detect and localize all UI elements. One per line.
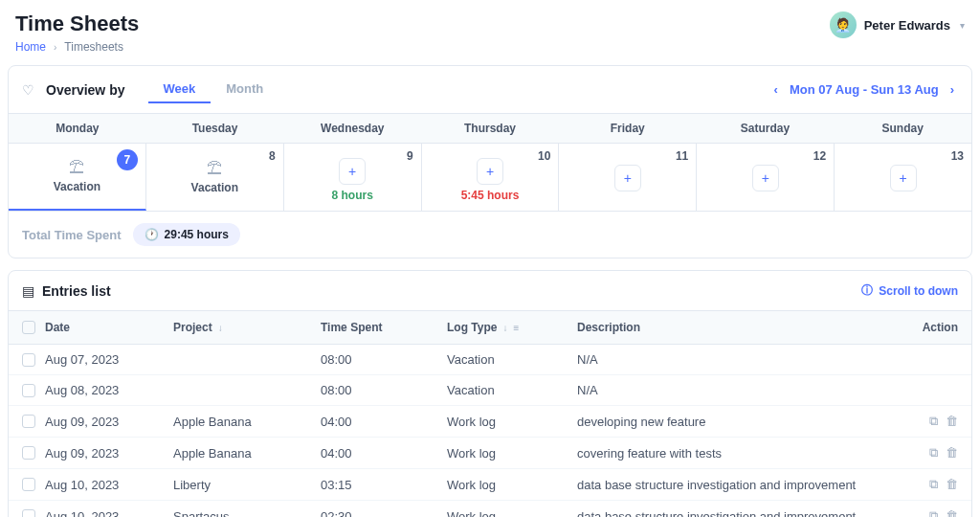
scroll-to-down-link[interactable]: ⓘ Scroll to down bbox=[861, 282, 958, 299]
cell-date: Aug 09, 2023 bbox=[45, 415, 173, 429]
day-head: Monday bbox=[9, 114, 146, 143]
day-number: 13 bbox=[951, 149, 964, 163]
col-time[interactable]: Time Spent bbox=[321, 321, 447, 334]
entries-card: ▤ Entries list ⓘ Scroll to down Date Pro… bbox=[8, 270, 972, 517]
table-row: Aug 10, 2023Liberty03:15Work logdata bas… bbox=[9, 469, 971, 501]
day-cell[interactable]: 13+ bbox=[835, 144, 971, 211]
add-time-button[interactable]: + bbox=[752, 165, 779, 191]
avatar: 🧑‍💼 bbox=[830, 11, 857, 38]
user-name: Peter Edwards bbox=[864, 18, 950, 33]
tab-week[interactable]: Week bbox=[148, 76, 212, 103]
cell-date: Aug 10, 2023 bbox=[45, 478, 173, 492]
cell-project: Spartacus bbox=[173, 509, 321, 518]
cell-time: 02:30 bbox=[321, 509, 447, 518]
day-cell[interactable]: 7⛱Vacation bbox=[9, 144, 146, 211]
copy-icon[interactable]: ⧉ bbox=[929, 414, 938, 429]
tab-month[interactable]: Month bbox=[211, 76, 278, 103]
cell-time: 08:00 bbox=[321, 383, 447, 397]
col-project[interactable]: Project ↓ bbox=[173, 321, 321, 334]
row-checkbox[interactable] bbox=[22, 478, 35, 491]
prev-week-button[interactable]: ‹ bbox=[770, 80, 782, 99]
day-cell[interactable]: 11+ bbox=[559, 144, 697, 211]
row-checkbox[interactable] bbox=[22, 509, 35, 517]
day-number: 8 bbox=[269, 149, 276, 163]
day-head: Saturday bbox=[697, 114, 835, 143]
cell-description: developing new feature bbox=[577, 415, 901, 429]
table-row: Aug 09, 2023Apple Banana04:00Work logcov… bbox=[9, 438, 971, 469]
next-week-button[interactable]: › bbox=[947, 80, 958, 99]
copy-icon[interactable]: ⧉ bbox=[929, 508, 938, 517]
cell-log: Vacation bbox=[447, 383, 577, 397]
day-cell[interactable]: 9+8 hours bbox=[284, 144, 422, 211]
day-number: 10 bbox=[538, 149, 550, 163]
breadcrumb-home[interactable]: Home bbox=[15, 40, 46, 54]
user-menu[interactable]: 🧑‍💼 Peter Edwards ▾ bbox=[830, 11, 965, 38]
day-head: Wednesday bbox=[283, 114, 421, 143]
col-log[interactable]: Log Type ↓ ≡ bbox=[447, 321, 577, 334]
total-time-value: 29:45 hours bbox=[165, 228, 229, 241]
row-checkbox[interactable] bbox=[22, 384, 35, 397]
add-time-button[interactable]: + bbox=[339, 158, 366, 185]
col-date[interactable]: Date bbox=[45, 321, 173, 334]
row-checkbox[interactable] bbox=[22, 415, 35, 428]
day-number: 12 bbox=[813, 149, 826, 163]
day-number: 11 bbox=[676, 149, 688, 163]
entries-title: Entries list bbox=[42, 283, 111, 299]
cell-description: covering feature with tests bbox=[577, 446, 901, 461]
row-checkbox[interactable] bbox=[22, 446, 35, 460]
clock-icon: 🕐 bbox=[145, 228, 159, 241]
add-time-button[interactable]: + bbox=[614, 165, 641, 191]
book-icon: ▤ bbox=[22, 283, 34, 299]
sort-icon: ↓ bbox=[502, 323, 507, 333]
total-time-badge: 🕐 29:45 hours bbox=[133, 223, 240, 246]
day-head: Tuesday bbox=[146, 114, 284, 143]
overview-title: Overview by bbox=[46, 82, 125, 98]
chevron-right-icon: › bbox=[54, 42, 56, 53]
table-row: Aug 08, 202308:00VacationN/A bbox=[9, 375, 971, 406]
umbrella-icon: ⛱ bbox=[69, 159, 84, 176]
trash-icon[interactable]: 🗑 bbox=[946, 508, 958, 517]
cell-description: N/A bbox=[577, 352, 901, 367]
cell-date: Aug 08, 2023 bbox=[45, 383, 173, 397]
day-cell[interactable]: 10+5:45 hours bbox=[422, 144, 560, 211]
day-number-badge: 7 bbox=[117, 149, 138, 170]
breadcrumb: Home › Timesheets bbox=[15, 40, 139, 54]
cell-time: 04:00 bbox=[321, 415, 447, 429]
info-icon: ⓘ bbox=[861, 282, 873, 299]
vacation-label: Vacation bbox=[54, 180, 100, 193]
breadcrumb-current: Timesheets bbox=[64, 40, 123, 54]
trash-icon[interactable]: 🗑 bbox=[946, 414, 958, 429]
select-all-checkbox[interactable] bbox=[22, 321, 35, 334]
trash-icon[interactable]: 🗑 bbox=[946, 477, 958, 492]
row-checkbox[interactable] bbox=[22, 353, 35, 367]
date-range-picker: ‹ Mon 07 Aug - Sun 13 Aug › bbox=[770, 80, 958, 99]
day-hours: 8 hours bbox=[331, 189, 372, 202]
cell-date: Aug 09, 2023 bbox=[45, 446, 173, 461]
day-cell[interactable]: 12+ bbox=[697, 144, 835, 211]
copy-icon[interactable]: ⧉ bbox=[929, 477, 938, 492]
col-action: Action bbox=[901, 321, 958, 334]
day-hours: 5:45 hours bbox=[461, 189, 520, 202]
cell-description: N/A bbox=[577, 383, 901, 397]
cell-time: 04:00 bbox=[321, 446, 447, 461]
add-time-button[interactable]: + bbox=[477, 158, 503, 185]
cell-log: Work log bbox=[447, 478, 577, 492]
cell-log: Work log bbox=[447, 446, 577, 461]
total-time-label: Total Time Spent bbox=[22, 228, 122, 242]
cell-log: Work log bbox=[447, 509, 577, 518]
trash-icon[interactable]: 🗑 bbox=[946, 445, 958, 461]
table-row: Aug 07, 202308:00VacationN/A bbox=[9, 345, 971, 375]
overview-tabs: Week Month bbox=[148, 76, 279, 103]
vacation-label: Vacation bbox=[191, 181, 238, 194]
table-row: Aug 10, 2023Spartacus02:30Work logdata b… bbox=[9, 501, 971, 517]
cell-time: 03:15 bbox=[321, 478, 447, 492]
overview-card: ♡ Overview by Week Month ‹ Mon 07 Aug - … bbox=[8, 65, 972, 258]
add-time-button[interactable]: + bbox=[890, 165, 917, 191]
col-desc[interactable]: Description bbox=[577, 321, 901, 334]
day-cell[interactable]: 8⛱Vacation bbox=[146, 144, 284, 211]
cell-time: 08:00 bbox=[321, 352, 447, 367]
cell-project: Apple Banana bbox=[173, 446, 321, 461]
cell-date: Aug 07, 2023 bbox=[45, 352, 173, 367]
day-number: 9 bbox=[407, 149, 413, 163]
copy-icon[interactable]: ⧉ bbox=[929, 445, 938, 461]
